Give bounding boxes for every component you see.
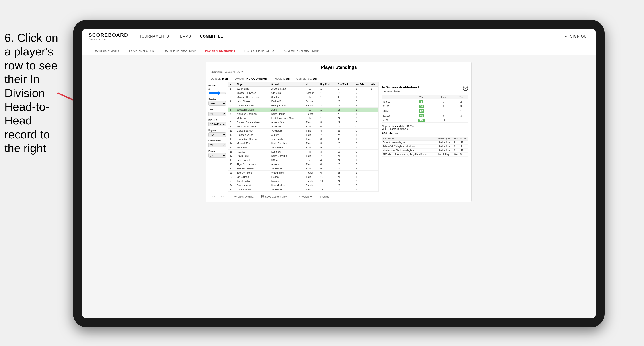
cell-reg: 12 <box>319 187 336 192</box>
cell-reg: 4 <box>319 158 336 162</box>
sidebar-year-select[interactable]: (All) <box>208 112 226 116</box>
table-row[interactable]: 7 Nicholas Gabrelcik North Florida Fourt… <box>228 112 378 116</box>
table-row[interactable]: 21 Taehoon Song Washington Fourth 6 23 1 <box>228 171 378 175</box>
redo-btn[interactable]: ↷ <box>220 194 226 199</box>
cell-rank: 12 <box>228 133 236 137</box>
table-row[interactable]: 2 Michael La Sasso Ole Miss Second 1 18 … <box>228 91 378 95</box>
table-row[interactable]: 1 Wenyi Ding Arizona State First 1 1 1 1 <box>228 87 378 91</box>
cell-reg: 4 <box>319 129 336 133</box>
table-row[interactable]: 15 Jake Hall Tennessee Fifth 5 26 1 <box>228 146 378 150</box>
col-rank: # <box>228 82 236 87</box>
watch-btn[interactable]: 👁 Watch ▼ <box>296 194 314 199</box>
tab-team-h2h-heatmap[interactable]: TEAM H2H HEATMAP <box>158 47 200 55</box>
main-content: Player Standings Update time: 27/03/2024… <box>82 55 596 318</box>
cell-conf: 1 <box>336 87 354 91</box>
table-row[interactable]: 14 Maxwell Ford North Carolina Third 3 2… <box>228 141 378 146</box>
sidebar-gender-label: Gender <box>208 98 226 100</box>
table-row[interactable]: 20 Matthew Riedel Vanderbilt Fifth 8 23 … <box>228 167 378 171</box>
tab-player-h2h-grid[interactable]: PLAYER H2H GRID <box>240 47 278 55</box>
nav-teams[interactable]: TEAMS <box>178 33 191 40</box>
cell-conf: 24 <box>336 179 354 183</box>
table-row[interactable]: 4 Luke Clanton Florida State Second 1 22… <box>228 99 378 103</box>
cell-school: Missouri <box>270 179 305 183</box>
table-row[interactable]: 3 Michael Thorbjornsen Stanford Fifth 1 … <box>228 95 378 99</box>
cell-reg: 5 <box>319 146 336 150</box>
view-original-btn[interactable]: 👁 View: Original <box>232 194 256 199</box>
table-row[interactable]: 5 Christo Lamprecht Georgia Tech Fourth … <box>228 103 378 108</box>
cell-yr: Fifth <box>305 167 319 171</box>
sub-nav: TEAM SUMMARY TEAM H2H GRID TEAM H2H HEAT… <box>82 44 596 55</box>
h2h-range-label: 11-25 <box>382 104 409 109</box>
conference-filter: Conference: All <box>296 77 317 80</box>
table-row[interactable]: 11 Gordon Sargent Vanderbilt Third 4 21 … <box>228 129 378 133</box>
cell-reg: 6 <box>319 171 336 175</box>
h2h-tie-cell: 1 <box>454 109 468 113</box>
sidebar-filters: No Rds. 6 Gender Men Year <box>206 82 228 192</box>
undo-btn[interactable]: ↶ <box>210 194 216 199</box>
table-row[interactable]: 9 Preston Summerhays Arizona State Third… <box>228 120 378 125</box>
table-row[interactable]: 19 Tiger Christensen Arizona Third 8 23 … <box>228 162 378 167</box>
table-row[interactable]: 23 Jack Lundin Missouri Fourth 11 24 2 <box>228 179 378 183</box>
t-score: -17 <box>459 141 468 145</box>
cell-win <box>370 171 378 175</box>
cell-yr: Third <box>305 141 319 146</box>
table-row[interactable]: 16 Alex Goff Kentucky Fifth 8 19 0 <box>228 150 378 154</box>
cell-rank: 17 <box>228 154 236 158</box>
cell-player: Preston Summerhays <box>236 120 270 125</box>
table-row[interactable]: 8 Mats Ege East Tennessee State Fifth 1 … <box>228 116 378 120</box>
rounds-slider[interactable] <box>208 91 226 95</box>
tab-player-h2h-heatmap[interactable]: PLAYER H2H HEATMAP <box>278 47 324 55</box>
cell-rds: 0 <box>354 129 370 133</box>
sidebar-player-select[interactable]: (All) <box>208 153 226 158</box>
h2h-opponents-stats: Opponents in division: 98.1% W-L-T recor… <box>382 125 468 134</box>
sign-out-button[interactable]: Sign out <box>570 33 589 40</box>
sidebar-region-label: Region <box>208 129 226 132</box>
cell-rds: 2 <box>354 120 370 125</box>
cell-rds: 2 <box>354 162 370 167</box>
nav-committee[interactable]: COMMITTEE <box>200 33 223 40</box>
cell-player: Wenyi Ding <box>236 87 270 91</box>
table-row[interactable]: 6 Jackson Koivun Auburn First 1 16 1 <box>228 108 378 112</box>
col-rds: No. Rds. <box>354 82 370 87</box>
cell-rank: 10 <box>228 125 236 129</box>
h2h-close-button[interactable]: ✕ <box>463 86 468 91</box>
cell-rank: 7 <box>228 112 236 116</box>
cell-win <box>370 103 378 108</box>
sidebar-gender-select[interactable]: Men <box>208 101 226 106</box>
cell-win <box>370 162 378 167</box>
save-custom-view-btn[interactable]: 💾 Save Custom View <box>259 194 289 199</box>
share-btn[interactable]: ⇧ Share <box>317 194 331 199</box>
cell-reg: 7 <box>319 154 336 158</box>
table-row[interactable]: 25 Cole Sherwood Vanderbilt Third 12 23 … <box>228 187 378 192</box>
toolbar: ↶ ↷ 👁 View: Original 💾 Save Custom View … <box>206 192 472 202</box>
table-row[interactable]: 17 David Ford North Carolina Third 7 21 … <box>228 154 378 158</box>
cell-conf: 23 <box>336 187 354 192</box>
cell-rank: 14 <box>228 141 236 146</box>
cell-rds: 0 <box>354 91 370 95</box>
table-row[interactable]: 18 Luke Powell UCLA First 4 24 1 <box>228 158 378 162</box>
table-row[interactable]: 10 Jacob Mou-Olesau Arkansas Fifth 4 25 … <box>228 125 378 129</box>
t-type: Stroke Play <box>438 149 453 153</box>
table-row[interactable]: 24 Bastien Amat New Mexico Fourth 1 27 2 <box>228 183 378 187</box>
tab-team-summary[interactable]: TEAM SUMMARY <box>88 47 124 55</box>
h2h-tie-cell: 5 <box>454 104 468 109</box>
sidebar-conference-select[interactable]: (All) <box>208 143 226 147</box>
tab-team-h2h-grid[interactable]: TEAM H2H GRID <box>124 47 158 55</box>
table-row[interactable]: 22 Ian Gilligan Florida Third 10 24 1 <box>228 175 378 179</box>
tab-player-summary[interactable]: PLAYER SUMMARY <box>201 47 240 55</box>
cell-conf: 23 <box>336 167 354 171</box>
sidebar-division-select[interactable]: NCAA Division I <box>208 122 226 127</box>
cell-player: Jack Lundin <box>236 179 270 183</box>
table-row[interactable]: 13 Phichakon Maichon Texas A&M Third 6 3… <box>228 137 378 141</box>
nav-tournaments[interactable]: TOURNAMENTS <box>139 33 169 40</box>
h2h-tie-cell: 2 <box>454 100 468 104</box>
cell-win <box>370 125 378 129</box>
filter-row: Gender: Men Division: NCAA Division I Re… <box>206 75 472 82</box>
h2h-loss-cell: 9 <box>434 104 454 109</box>
cell-reg: 1 <box>319 116 336 120</box>
division-label: Division: <box>234 77 246 80</box>
sidebar-region-select[interactable]: N/A <box>208 132 226 137</box>
table-row[interactable]: 12 Brendan Valles Auburn Third 7 27 1 <box>228 133 378 137</box>
cell-conf: 16 <box>336 108 354 112</box>
cell-rds: 0 <box>354 141 370 146</box>
